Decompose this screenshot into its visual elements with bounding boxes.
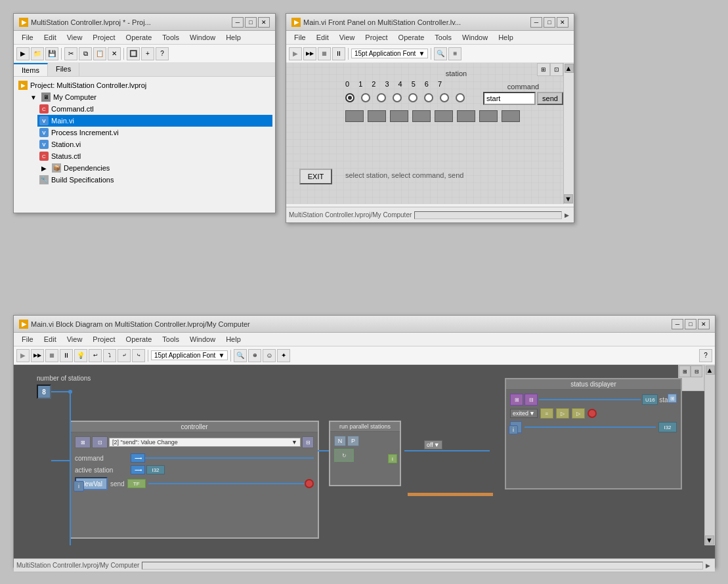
array-icon2[interactable]: ⊟	[525, 394, 538, 406]
tree-my-computer[interactable]: ▼ 🖥 My Computer	[27, 91, 272, 103]
fp-menu-operate[interactable]: Operate	[393, 32, 430, 43]
fp-zoom-icon[interactable]: 🔍	[434, 47, 447, 60]
slider-0[interactable]	[345, 110, 364, 122]
fp-pause-icon[interactable]: ⏸	[332, 47, 345, 60]
bd-menu-edit[interactable]: Edit	[39, 334, 62, 344]
close-button[interactable]: ✕	[258, 17, 270, 28]
fp-scroll-right[interactable]: ▶	[562, 212, 571, 219]
active-station-indicator[interactable]: ⟶	[131, 465, 145, 474]
menu-window[interactable]: Window	[184, 32, 221, 43]
menu-tools[interactable]: Tools	[157, 32, 184, 43]
scroll-icon[interactable]: ⊞	[668, 394, 677, 403]
fp-font-selector[interactable]: 15pt Application Font ▼	[351, 49, 428, 58]
status-stop-indicator[interactable]	[588, 409, 597, 418]
fp-minimize-button[interactable]: ─	[530, 17, 542, 28]
toolbar-add-icon[interactable]: +	[141, 47, 154, 60]
menu-operate[interactable]: Operate	[121, 32, 158, 43]
bd-scrollbar-v[interactable]: ▲ ▼	[704, 365, 715, 545]
bd-highlight-icon[interactable]: 💡	[74, 349, 87, 362]
bd-extra-icon[interactable]: ✦	[277, 349, 290, 362]
fp-menu-project[interactable]: Project	[360, 32, 393, 43]
radio-4[interactable]	[408, 93, 418, 102]
toolbar-cut-icon[interactable]: ✂	[64, 47, 77, 60]
bd-font-selector[interactable]: 15pt Application Font ▼	[151, 350, 228, 360]
slider-7[interactable]	[502, 110, 520, 122]
radio-5[interactable]	[424, 93, 433, 102]
exit-button[interactable]: EXIT	[299, 169, 332, 184]
menu-project[interactable]: Project	[87, 32, 120, 43]
tree-process-increment-vi[interactable]: V Process Increment.vi	[37, 127, 272, 138]
menu-edit[interactable]: Edit	[39, 32, 62, 43]
bd-menu-help[interactable]: Help	[221, 334, 246, 344]
bd-run-cont-icon[interactable]: ▶▶	[31, 349, 44, 362]
bd-maximize-button[interactable]: □	[685, 319, 696, 329]
fp-menu-window[interactable]: Window	[457, 32, 493, 43]
fp-maximize-button[interactable]: □	[544, 17, 555, 28]
tree-root[interactable]: ▶ Project: MultiStation Controller.lvpro…	[16, 79, 272, 91]
bd-scroll-down[interactable]: ▼	[705, 535, 714, 545]
toolbar-delete-icon[interactable]: ✕	[108, 47, 121, 60]
radio-7[interactable]	[456, 93, 465, 102]
fp-menu-tools[interactable]: Tools	[429, 32, 457, 43]
exited-dropdown[interactable]: exited ▼	[510, 409, 538, 418]
bd-menu-file[interactable]: File	[16, 334, 39, 344]
bd-minimize-button[interactable]: ─	[672, 319, 683, 329]
tree-dependencies[interactable]: ▶ 📦 Dependencies	[37, 162, 272, 174]
bd-scroll-up[interactable]: ▲	[706, 365, 715, 375]
tree-main-vi[interactable]: V Main.vi	[37, 115, 272, 127]
radio-0[interactable]	[345, 93, 354, 102]
menu-help[interactable]: Help	[221, 32, 246, 43]
project-window-controls[interactable]: ─ □ ✕	[232, 17, 270, 28]
tree-station-vi[interactable]: V Station.vi	[37, 138, 272, 150]
radio-3[interactable]	[393, 93, 402, 102]
bd-numeric-8[interactable]: 8	[37, 385, 51, 399]
command-indicator[interactable]: ⟶	[131, 453, 145, 463]
scroll-down-arrow[interactable]: ▼	[564, 194, 573, 203]
slider-6[interactable]	[479, 110, 498, 122]
slider-2[interactable]	[390, 110, 408, 122]
bd-close-button[interactable]: ✕	[698, 319, 710, 329]
event-struct-icon2[interactable]: ⊡	[92, 436, 108, 448]
slider-5[interactable]	[457, 110, 475, 122]
bd-menu-operate[interactable]: Operate	[121, 334, 158, 344]
tree-build-specifications[interactable]: 🔧 Build Specifications	[37, 174, 272, 186]
bd-plugin-icon[interactable]: ☺	[263, 349, 276, 362]
bd-rt-tb1[interactable]: ⊞	[679, 365, 691, 377]
menu-view[interactable]: View	[62, 32, 88, 43]
info-icon[interactable]: i	[74, 481, 84, 491]
off-dropdown[interactable]: off ▼	[424, 440, 442, 449]
bd-abort-icon[interactable]: ⏹	[45, 349, 58, 362]
slider-1[interactable]	[368, 110, 386, 122]
bd-menu-window[interactable]: Window	[184, 334, 221, 344]
p-indicator[interactable]: P	[347, 436, 359, 446]
n-indicator[interactable]: N	[334, 436, 346, 446]
tree-command-ctl[interactable]: C Command.ctl	[37, 103, 272, 115]
bd-step-over-icon[interactable]: ⤵	[103, 349, 116, 362]
fp-menu-edit[interactable]: Edit	[311, 32, 334, 43]
bd-rt-tb2[interactable]: ⊟	[691, 365, 702, 377]
bd-run-icon[interactable]: ▶	[16, 349, 30, 362]
tab-files[interactable]: Files	[48, 63, 79, 76]
bd-menu-project[interactable]: Project	[87, 334, 120, 344]
fp-run-cont-icon[interactable]: ▶▶	[303, 47, 316, 60]
bd-scroll-right[interactable]: ▶	[703, 562, 712, 569]
fp-abort-icon[interactable]: ⏹	[318, 47, 331, 60]
tf-indicator[interactable]: TF	[127, 479, 146, 488]
toolbar-run-icon[interactable]: ▶	[16, 47, 30, 60]
slider-4[interactable]	[435, 110, 453, 122]
fp-menu-file[interactable]: File	[289, 32, 311, 43]
status-info-icon[interactable]: i	[509, 425, 518, 434]
menu-file[interactable]: File	[16, 32, 39, 43]
fp-run-icon[interactable]: ▶	[289, 47, 302, 60]
stop-indicator[interactable]	[305, 479, 314, 488]
fp-scrollbar-h[interactable]	[414, 211, 562, 219]
bd-window-controls[interactable]: ─ □ ✕	[672, 319, 710, 329]
radio-2[interactable]	[377, 93, 386, 102]
radio-6[interactable]	[440, 93, 449, 102]
bd-menu-tools[interactable]: Tools	[157, 334, 184, 344]
toolbar-new-vi-icon[interactable]: 🔲	[127, 47, 140, 60]
fp-window-controls[interactable]: ─ □ ✕	[530, 17, 568, 28]
slider-3[interactable]	[412, 110, 431, 122]
bd-help-icon[interactable]: ?	[699, 349, 712, 362]
radio-1[interactable]	[361, 93, 370, 102]
